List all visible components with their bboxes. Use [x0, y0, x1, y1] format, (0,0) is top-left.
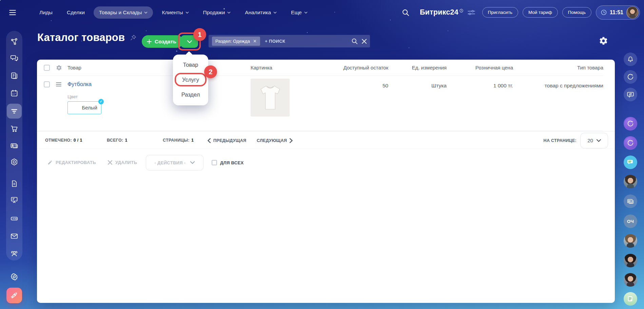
product-name-link[interactable]: Футболка — [67, 81, 251, 87]
col-unit[interactable]: Ед. измерения — [388, 65, 447, 70]
search-icon[interactable] — [402, 9, 409, 16]
nav-clients[interactable]: Клиенты — [156, 6, 194, 19]
search-placeholder[interactable]: + ПОИСК — [265, 39, 285, 44]
clear-search-icon[interactable] — [362, 39, 367, 44]
nav-analytics[interactable]: Аналитика — [239, 6, 282, 19]
checked-counter: ОТМЕЧЕНО:0 / 1 — [45, 131, 82, 149]
col-product-type[interactable]: Тип товара — [513, 65, 603, 70]
menu-item-service[interactable]: Услугу — [175, 73, 207, 86]
table-row: Футболка Цвет Белый ✓ 50 Штука 1 000 тг.… — [37, 76, 603, 131]
hamburger-menu-icon[interactable] — [8, 8, 17, 17]
plus-icon — [147, 39, 152, 44]
nav-deals[interactable]: Сделки — [61, 6, 90, 19]
chevron-down-icon — [273, 12, 277, 14]
documents-icon[interactable] — [10, 180, 18, 188]
page-header: Каталог товаров — [37, 32, 137, 44]
pin-icon[interactable] — [130, 34, 137, 41]
user-avatar[interactable] — [626, 6, 639, 19]
settings-gear-icon[interactable] — [10, 273, 18, 281]
chevron-down-icon — [304, 12, 308, 14]
grid-settings-gear-icon[interactable] — [599, 36, 608, 45]
invite-button[interactable]: Пригласить — [482, 7, 518, 18]
menu-item-product[interactable]: Товар — [175, 59, 207, 70]
copilot-icon[interactable] — [624, 70, 637, 84]
chat-avatar-3[interactable] — [624, 254, 637, 267]
col-picture[interactable]: Картинка — [251, 65, 308, 70]
top-bar: Лиды Сделки Товары и Склады Клиенты Прод… — [0, 0, 644, 25]
notifications-bell-icon[interactable] — [624, 53, 637, 66]
row-checkbox[interactable] — [44, 81, 50, 87]
nav-products-warehouses[interactable]: Товары и Склады — [94, 6, 153, 19]
prev-page-button[interactable]: ПРЕДЫДУЩАЯ — [208, 131, 246, 149]
product-image[interactable] — [251, 79, 290, 117]
automation-icon[interactable] — [10, 38, 18, 46]
marketing-rocket-button[interactable] — [6, 288, 22, 303]
edit-button[interactable]: РЕДАКТИРОВАТЬ — [47, 160, 96, 165]
pagination-bar: ОТМЕЧЕНО:0 / 1 ВСЕГО:1 СТРАНИЦЫ:1 ПРЕДЫД… — [37, 131, 615, 149]
search-icon[interactable] — [351, 38, 358, 44]
nav-sales[interactable]: Продажи — [198, 6, 236, 19]
chat-avatar-4[interactable] — [624, 273, 637, 287]
tutorial-step-badge-2: 2 — [204, 65, 217, 78]
crm-funnel-icon[interactable] — [10, 107, 18, 115]
actions-select[interactable]: - ДЕЙСТВИЯ - — [146, 155, 203, 170]
chevron-down-icon — [186, 12, 189, 14]
create-dropdown-menu: Товар Услугу Раздел — [173, 55, 208, 105]
next-page-button[interactable]: СЛЕДУЮЩАЯ — [257, 131, 293, 149]
nav-more[interactable]: Еще — [286, 6, 313, 19]
copilot-assistant-icon[interactable] — [624, 117, 637, 130]
left-sidebar — [0, 25, 28, 309]
help-button[interactable]: Помощь — [562, 7, 591, 18]
create-button[interactable]: Создать — [142, 35, 183, 48]
select-all-checkbox[interactable] — [44, 65, 50, 71]
for-all-checkbox[interactable] — [212, 160, 217, 165]
total-counter: ВСЕГО:1 — [107, 131, 128, 149]
filter-search-bar[interactable]: Раздел: Одежда ✕ + ПОИСК — [209, 35, 370, 47]
column-settings-gear-icon[interactable] — [56, 65, 62, 71]
team-icon[interactable] — [10, 249, 18, 258]
group-chat-icon[interactable] — [624, 156, 637, 169]
remove-filter-icon[interactable]: ✕ — [253, 39, 257, 44]
x-icon — [108, 160, 112, 165]
sites-hex-icon[interactable] — [10, 158, 18, 166]
chevron-down-icon — [190, 161, 195, 164]
chat-avatar-1[interactable] — [624, 175, 637, 188]
chat-initials-badge[interactable]: ОЧ — [624, 214, 637, 228]
copilot-assistant-icon-2[interactable] — [624, 136, 637, 150]
property-value-box[interactable]: Белый ✓ — [67, 101, 101, 114]
menu-item-section[interactable]: Раздел — [175, 89, 207, 100]
worktime-widget[interactable]: 11:51 — [596, 5, 640, 20]
drive-icon[interactable] — [10, 214, 18, 223]
feed-icon[interactable] — [10, 71, 18, 80]
calendar-icon[interactable] — [10, 89, 18, 97]
notes-chat-icon[interactable] — [624, 292, 637, 306]
cell-stock: 50 — [308, 76, 388, 89]
col-retail-price[interactable]: Розничная цена — [447, 65, 513, 70]
boards-icon[interactable] — [10, 196, 18, 204]
shop-cart-icon[interactable] — [10, 125, 18, 133]
chevron-left-icon — [208, 138, 211, 143]
crm-card-chat-icon[interactable] — [624, 194, 637, 208]
top-bar-right: Битрикс24 Пригласить Мой тариф Помощь 11… — [402, 0, 640, 25]
translator-chat-icon[interactable] — [624, 88, 637, 101]
messenger-icon[interactable] — [10, 54, 18, 62]
contacts-card-icon[interactable] — [10, 142, 18, 150]
catalog-grid-panel: Товар Картинка Доступный остаток Ед. изм… — [37, 60, 615, 303]
per-page-select[interactable]: 20 — [580, 133, 608, 148]
bitrix24-logo[interactable]: Битрикс24 — [420, 8, 463, 17]
mail-icon[interactable] — [10, 232, 18, 240]
settings-sliders-icon[interactable] — [468, 10, 475, 15]
nav-leads[interactable]: Лиды — [34, 6, 58, 19]
bitrix24-catalog-page: Лиды Сделки Товары и Склады Клиенты Прод… — [0, 0, 644, 309]
col-product[interactable]: Товар — [67, 65, 251, 70]
delete-button[interactable]: УДАЛИТЬ — [108, 160, 137, 165]
chat-avatar-2[interactable] — [624, 234, 637, 248]
pages-counter: СТРАНИЦЫ:1 — [163, 131, 194, 149]
page-title: Каталог товаров — [37, 32, 125, 44]
main-nav: Лиды Сделки Товары и Склады Клиенты Прод… — [34, 6, 313, 19]
drag-handle-icon[interactable] — [56, 82, 67, 88]
col-available-stock[interactable]: Доступный остаток — [308, 65, 388, 70]
filter-chip-section[interactable]: Раздел: Одежда ✕ — [212, 37, 260, 46]
my-plan-button[interactable]: Мой тариф — [523, 7, 558, 18]
per-page-control: НА СТРАНИЦЕ: 20 — [544, 131, 608, 149]
